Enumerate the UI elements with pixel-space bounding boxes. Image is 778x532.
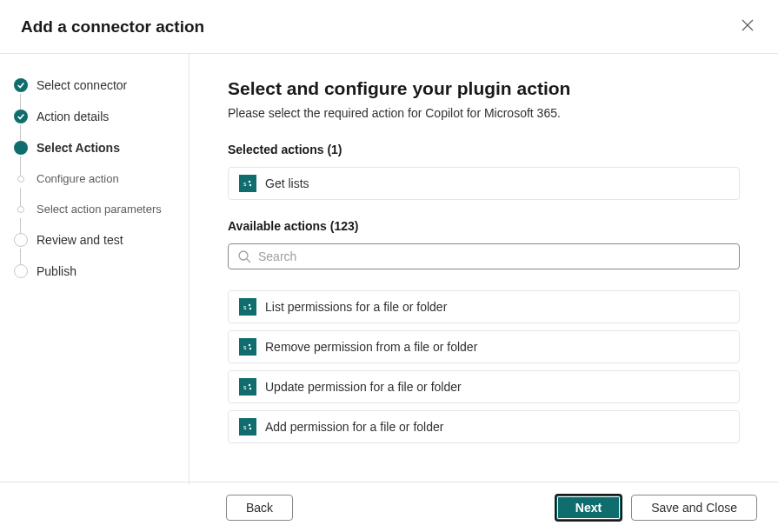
svg-point-9 (249, 348, 251, 349)
step-label: Publish (37, 264, 76, 278)
available-action-item[interactable]: s Remove permission from a file or folde… (228, 330, 740, 363)
action-label: Get lists (265, 176, 309, 190)
available-actions-label: Available actions (123) (228, 219, 740, 233)
page-title: Select and configure your plugin action (228, 78, 740, 99)
action-label: List permissions for a file or folder (265, 300, 447, 314)
sharepoint-icon: s (239, 378, 256, 396)
available-action-item[interactable]: s Add permission for a file or folder (228, 410, 740, 443)
content-area: Select connector Action details Select A… (0, 54, 778, 485)
sharepoint-icon: s (239, 338, 256, 356)
svg-point-2 (249, 184, 251, 186)
selected-actions-label: Selected actions (1) (228, 143, 740, 156)
available-action-item[interactable]: s List permissions for a file or folder (228, 290, 740, 323)
action-label: Remove permission from a file or folder (265, 340, 477, 354)
checkmark-icon (14, 78, 28, 92)
future-step-icon (14, 233, 28, 247)
svg-point-6 (249, 308, 251, 309)
step-publish[interactable]: Publish (14, 264, 189, 296)
svg-text:s: s (243, 424, 247, 430)
main-panel: Select and configure your plugin action … (190, 54, 778, 485)
back-button[interactable]: Back (226, 495, 293, 521)
svg-point-8 (249, 344, 250, 346)
svg-point-1 (249, 181, 250, 183)
step-list: Select connector Action details Select A… (14, 78, 189, 296)
future-step-icon (14, 264, 28, 278)
sharepoint-icon: s (239, 298, 256, 316)
page-subtitle: Please select the required action for Co… (228, 106, 740, 120)
selected-action-item[interactable]: s Get lists (228, 167, 740, 200)
current-step-icon (14, 141, 28, 155)
step-label: Select connector (37, 78, 127, 92)
step-review-and-test[interactable]: Review and test (14, 233, 189, 264)
svg-text:s: s (243, 384, 247, 390)
close-icon (741, 19, 754, 34)
action-label: Add permission for a file or folder (265, 420, 443, 434)
svg-point-3 (239, 251, 248, 260)
step-label: Select action parameters (37, 203, 162, 216)
available-action-item[interactable]: s Update permission for a file or folder (228, 370, 740, 403)
step-action-details[interactable]: Action details (14, 110, 189, 141)
svg-text:s: s (243, 344, 247, 350)
search-icon (237, 249, 251, 263)
checkmark-icon (14, 110, 28, 123)
step-label: Review and test (37, 233, 123, 247)
step-label: Select Actions (37, 141, 120, 155)
step-label: Configure action (37, 172, 119, 185)
future-step-icon (17, 206, 24, 213)
search-input[interactable] (258, 249, 730, 263)
dialog-header: Add a connector action (0, 0, 778, 54)
sharepoint-icon: s (239, 418, 256, 436)
action-label: Update permission for a file or folder (265, 380, 462, 394)
svg-point-5 (249, 304, 250, 306)
step-configure-action[interactable]: Configure action (14, 172, 189, 203)
next-button[interactable]: Next (555, 494, 622, 522)
svg-point-14 (249, 424, 250, 426)
step-select-connector[interactable]: Select connector (14, 78, 189, 110)
step-select-action-parameters[interactable]: Select action parameters (14, 203, 189, 233)
step-select-actions[interactable]: Select Actions (14, 141, 189, 172)
svg-text:s: s (243, 304, 247, 310)
svg-text:s: s (243, 181, 247, 187)
svg-point-11 (249, 384, 250, 386)
close-button[interactable] (738, 16, 757, 37)
future-step-icon (17, 176, 24, 183)
wizard-sidebar: Select connector Action details Select A… (0, 54, 190, 485)
svg-point-12 (249, 388, 251, 389)
dialog-footer: Back Next Save and Close (0, 482, 778, 532)
svg-point-15 (249, 428, 251, 429)
step-label: Action details (37, 110, 109, 123)
sharepoint-icon: s (239, 175, 256, 192)
save-and-close-button[interactable]: Save and Close (631, 495, 757, 521)
search-box[interactable] (228, 243, 740, 269)
dialog-title: Add a connector action (21, 17, 204, 37)
